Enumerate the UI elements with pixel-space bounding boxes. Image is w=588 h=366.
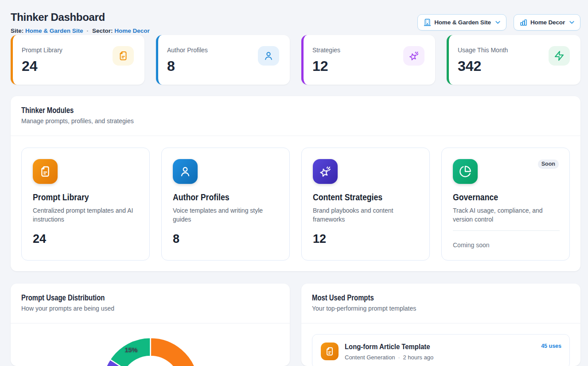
svg-text:15%: 15% bbox=[125, 347, 137, 354]
